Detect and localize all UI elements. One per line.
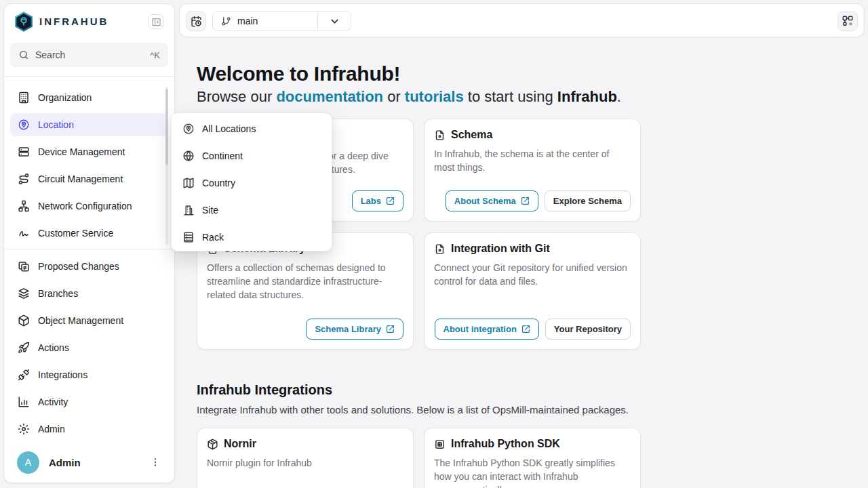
- menu-item-all-locations[interactable]: All Locations: [172, 115, 332, 142]
- sidebar-item-admin[interactable]: Admin: [10, 418, 168, 441]
- logo-wordmark: INFRAHUB: [39, 16, 108, 27]
- about-schema-button[interactable]: About Schema: [446, 190, 538, 211]
- workflow-icon: [842, 15, 854, 27]
- search-placeholder: Search: [35, 49, 65, 60]
- button-label: Schema Library: [315, 324, 381, 334]
- sidebar-item-label: Actions: [38, 342, 69, 353]
- sidebar-item-location[interactable]: Location: [10, 113, 168, 136]
- git-integration-card: Integration with Git Connect your Git re…: [424, 232, 641, 350]
- button-label: Your Repository: [554, 324, 622, 334]
- sidebar-item-label: Organization: [38, 92, 92, 103]
- explore-schema-button[interactable]: Explore Schema: [545, 190, 631, 211]
- time-travel-button[interactable]: [186, 11, 206, 31]
- sidebar-item-object-management[interactable]: Object Management: [10, 309, 168, 332]
- sidebar-item-network-configuration[interactable]: Network Configuration: [10, 195, 168, 218]
- layers-icon: [18, 287, 30, 300]
- button-label: Explore Schema: [553, 196, 622, 206]
- page-title: Welcome to Infrahub!: [197, 62, 400, 85]
- card-text-fragment: or a deep dive: [328, 149, 389, 163]
- menu-item-label: All Locations: [202, 123, 256, 134]
- cpu-icon: [434, 439, 446, 450]
- schema-library-button[interactable]: Schema Library: [306, 319, 403, 340]
- location-dropdown-menu: All Locations Continent Country Site: [171, 113, 332, 251]
- sidebar-divider: [4, 249, 174, 249]
- button-label: Labs: [361, 196, 381, 206]
- sidebar-collapse-button[interactable]: [149, 14, 163, 29]
- route-icon: [18, 173, 30, 185]
- intro-middle: or: [383, 88, 405, 105]
- box-icon: [18, 314, 30, 327]
- about-integration-button[interactable]: About integration: [435, 319, 539, 340]
- map-pin-icon: [18, 119, 30, 131]
- search-icon: [18, 49, 29, 60]
- sidebar-divider: [4, 76, 174, 77]
- external-link-icon: [386, 197, 395, 205]
- card-title: Infrahub Python SDK: [451, 438, 560, 450]
- sidebar-header: INFRAHUB: [4, 4, 174, 39]
- sidebar-scrollbar-thumb[interactable]: [165, 89, 168, 165]
- menu-item-site[interactable]: Site: [172, 197, 332, 224]
- card-description: Connect your Git repository for unified …: [434, 261, 631, 288]
- intro-suffix: to start using: [464, 88, 557, 105]
- documentation-link[interactable]: documentation: [276, 88, 383, 105]
- menu-item-label: Country: [202, 178, 235, 188]
- sidebar-nav-primary: Organization Location Device Management: [4, 86, 174, 249]
- workflow-button[interactable]: [837, 11, 858, 31]
- file-icon: [434, 129, 446, 141]
- sidebar-item-label: Integrations: [38, 369, 87, 380]
- building-icon: [18, 92, 30, 104]
- integrations-section-subtitle: Integrate Infrahub with other tools and …: [197, 404, 629, 415]
- sidebar-item-integrations[interactable]: Integrations: [10, 363, 168, 386]
- search-shortcut: ^K: [150, 50, 160, 60]
- intro-brand: Infrahub: [557, 88, 617, 105]
- sidebar-item-label: Customer Service: [38, 228, 113, 239]
- intro-prefix: Browse our: [197, 88, 276, 105]
- sidebar-item-label: Proposed Changes: [38, 261, 119, 272]
- intro-period: .: [617, 88, 621, 105]
- tutorials-link[interactable]: tutorials: [405, 88, 464, 105]
- calendar-clock-icon: [191, 16, 202, 27]
- labs-button[interactable]: Labs: [352, 190, 403, 211]
- menu-item-rack[interactable]: Rack: [172, 224, 332, 251]
- package-icon: [207, 439, 218, 450]
- avatar: A: [17, 451, 39, 474]
- button-label: About integration: [443, 324, 517, 334]
- sidebar-item-actions[interactable]: Actions: [10, 336, 168, 359]
- menu-item-country[interactable]: Country: [172, 169, 332, 197]
- sidebar-nav-secondary: Proposed Changes Branches Object Managem…: [4, 255, 174, 445]
- card-title: Integration with Git: [451, 243, 550, 255]
- signature-icon: [18, 227, 30, 239]
- sidebar-item-organization[interactable]: Organization: [10, 86, 168, 109]
- panel-collapse-icon: [151, 17, 161, 27]
- sidebar-item-device-management[interactable]: Device Management: [10, 140, 168, 163]
- network-icon: [18, 200, 30, 212]
- search-input[interactable]: Search ^K: [10, 43, 168, 67]
- sidebar-item-proposed-changes[interactable]: Proposed Changes: [10, 255, 168, 278]
- sidebar-item-label: Admin: [38, 424, 65, 434]
- plug-icon: [18, 369, 30, 381]
- sidebar-item-label: Location: [38, 119, 74, 130]
- file-diff-icon: [18, 260, 30, 272]
- sidebar-item-activity[interactable]: Activity: [10, 390, 168, 413]
- sidebar-item-branches[interactable]: Branches: [10, 282, 168, 305]
- your-repository-button[interactable]: Your Repository: [545, 319, 631, 340]
- map-pin-icon: [182, 123, 195, 135]
- server-icon: [18, 146, 30, 158]
- external-link-icon: [521, 197, 530, 205]
- card-description: In Infrahub, the schema is at the center…: [434, 147, 631, 174]
- sidebar-scrollbar-track: [165, 86, 168, 245]
- nornir-card: Nornir Nornir plugin for Infrahub: [197, 428, 414, 488]
- kebab-menu-icon[interactable]: [148, 455, 163, 470]
- sidebar-item-circuit-management[interactable]: Circuit Management: [10, 167, 168, 190]
- integrations-section-title: Infrahub Integrations: [197, 382, 332, 398]
- user-menu[interactable]: A Admin: [10, 447, 168, 477]
- sidebar-item-label: Activity: [38, 396, 68, 407]
- menu-item-continent[interactable]: Continent: [172, 142, 332, 169]
- sidebar-item-customer-service[interactable]: Customer Service: [10, 222, 168, 245]
- branch-name: main: [237, 16, 258, 26]
- chevron-down-icon[interactable]: [318, 16, 351, 27]
- button-label: About Schema: [454, 196, 516, 206]
- git-branch-icon: [221, 16, 231, 26]
- branch-selector[interactable]: main: [212, 11, 351, 31]
- rack-icon: [182, 231, 195, 243]
